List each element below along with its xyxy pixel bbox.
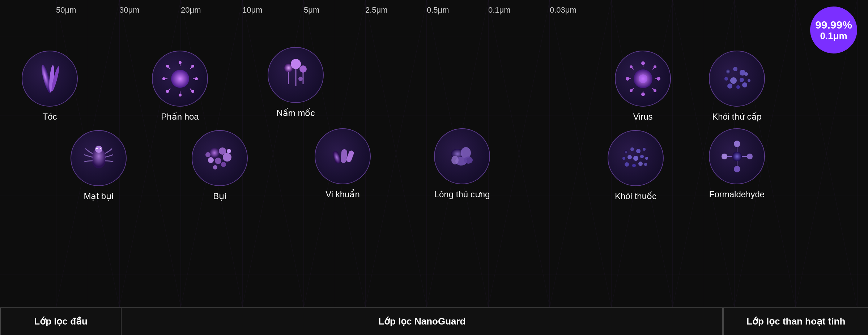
circle-formaldehyde xyxy=(709,128,765,184)
svg-point-70 xyxy=(654,66,656,68)
label-khoi-thuoc: Khói thuốc xyxy=(615,191,656,201)
svg-point-44 xyxy=(166,65,169,67)
label-long-thu: Lông thú cưng xyxy=(434,189,490,199)
circle-virus xyxy=(615,51,671,107)
scale-003um: 0.03μm xyxy=(550,5,576,15)
svg-point-75 xyxy=(639,74,647,83)
item-long-thu: Lông thú cưng xyxy=(434,128,490,199)
svg-point-80 xyxy=(730,77,737,84)
label-nam-moc: Nấm mốc xyxy=(277,108,315,118)
scale-30um: 30μm xyxy=(119,5,139,15)
filter-efficiency-badge: 99.99% 0.1μm xyxy=(810,7,857,53)
scale-01um: 0.1μm xyxy=(488,5,511,15)
svg-point-94 xyxy=(215,158,221,164)
svg-point-95 xyxy=(208,157,214,163)
svg-point-56 xyxy=(299,65,307,73)
label-nanoguard: Lớp lọc NanoGuard xyxy=(378,316,465,327)
svg-point-110 xyxy=(636,149,641,153)
svg-point-57 xyxy=(298,77,303,81)
svg-point-50 xyxy=(192,90,194,93)
label-formaldehyde: Formaldehyde xyxy=(709,189,765,199)
label-virus: Virus xyxy=(633,112,652,122)
label-khoi-thu-cap: Khói thứ cấp xyxy=(712,112,762,122)
circle-vi-khuan xyxy=(315,128,371,184)
svg-point-68 xyxy=(630,66,632,68)
svg-point-77 xyxy=(733,67,737,71)
item-bui: Bụi xyxy=(192,130,248,201)
circle-khoi-thuoc xyxy=(608,130,664,186)
svg-point-38 xyxy=(179,94,181,96)
item-formaldehyde: Formaldehyde xyxy=(709,128,765,199)
svg-point-79 xyxy=(724,77,728,81)
svg-point-62 xyxy=(642,93,644,96)
svg-point-84 xyxy=(736,85,740,89)
svg-point-113 xyxy=(627,155,632,159)
circle-toc xyxy=(22,51,78,107)
svg-point-88 xyxy=(95,146,102,153)
svg-point-125 xyxy=(734,166,740,172)
item-toc: Tóc xyxy=(22,51,78,122)
svg-point-99 xyxy=(205,152,210,157)
circle-long-thu xyxy=(434,128,490,184)
svg-point-72 xyxy=(630,90,632,92)
svg-point-91 xyxy=(209,148,220,158)
svg-point-114 xyxy=(633,156,638,161)
circle-phan-hoa xyxy=(152,51,208,107)
svg-point-96 xyxy=(221,162,226,167)
svg-point-121 xyxy=(732,152,742,161)
item-khoi-thu-cap: Khói thứ cấp xyxy=(709,51,765,122)
svg-rect-101 xyxy=(340,149,347,163)
svg-point-83 xyxy=(727,83,732,89)
scale-20um: 20μm xyxy=(181,5,201,15)
label-toc: Tóc xyxy=(42,112,57,122)
label-than-hoat-tinh: Lớp lọc than hoạt tính xyxy=(746,316,845,327)
svg-point-74 xyxy=(654,90,656,92)
svg-point-108 xyxy=(624,150,628,154)
svg-point-81 xyxy=(740,78,744,82)
item-mat-bui: Mạt bụi xyxy=(71,130,127,201)
svg-point-111 xyxy=(643,148,646,151)
scale-50um: 50μm xyxy=(56,5,76,15)
svg-point-40 xyxy=(163,78,165,80)
svg-point-97 xyxy=(213,165,217,169)
svg-point-127 xyxy=(722,154,727,159)
item-khoi-thuoc: Khói thuốc xyxy=(608,130,664,201)
svg-point-106 xyxy=(451,156,459,164)
svg-point-116 xyxy=(645,157,648,160)
item-phan-hoa: Phấn hoa xyxy=(152,51,208,122)
svg-rect-100 xyxy=(332,150,341,164)
svg-point-120 xyxy=(644,163,647,166)
svg-point-115 xyxy=(640,155,644,158)
badge-percentage: 99.99% xyxy=(815,19,852,31)
svg-point-118 xyxy=(632,164,636,167)
svg-point-82 xyxy=(744,72,748,76)
circle-bui xyxy=(192,130,248,186)
svg-point-112 xyxy=(622,157,625,160)
scale-5um: 5μm xyxy=(304,5,319,15)
item-virus: Virus xyxy=(615,51,671,122)
circle-khoi-thu-cap xyxy=(709,51,765,107)
label-bui: Bụi xyxy=(213,191,226,201)
circle-mat-bui xyxy=(71,130,127,186)
label-phan-hoa: Phấn hoa xyxy=(161,112,199,122)
svg-point-64 xyxy=(626,77,629,80)
section-nanoguard: Lớp lọc NanoGuard xyxy=(122,308,723,335)
scale-05um: 0.5μm xyxy=(427,5,449,15)
svg-point-76 xyxy=(726,69,731,74)
svg-point-85 xyxy=(742,82,747,87)
circle-nam-moc xyxy=(268,47,324,103)
svg-point-46 xyxy=(192,65,194,67)
svg-point-36 xyxy=(179,61,181,64)
label-mat-bui: Mạt bụi xyxy=(84,191,113,201)
bottom-bar: Lớp lọc đầu Lớp lọc NanoGuard Lớp lọc th… xyxy=(0,307,868,335)
svg-point-89 xyxy=(96,148,98,149)
svg-point-48 xyxy=(166,90,169,93)
item-vi-khuan: Vi khuẩn xyxy=(315,128,371,199)
svg-point-86 xyxy=(748,79,750,82)
svg-point-129 xyxy=(747,154,753,159)
svg-point-93 xyxy=(223,153,231,162)
svg-point-123 xyxy=(734,141,740,147)
section-lop-loc-dau: Lớp lọc đầu xyxy=(0,308,122,335)
label-lop-loc-dau: Lớp lọc đầu xyxy=(34,316,88,327)
svg-point-117 xyxy=(625,162,629,167)
